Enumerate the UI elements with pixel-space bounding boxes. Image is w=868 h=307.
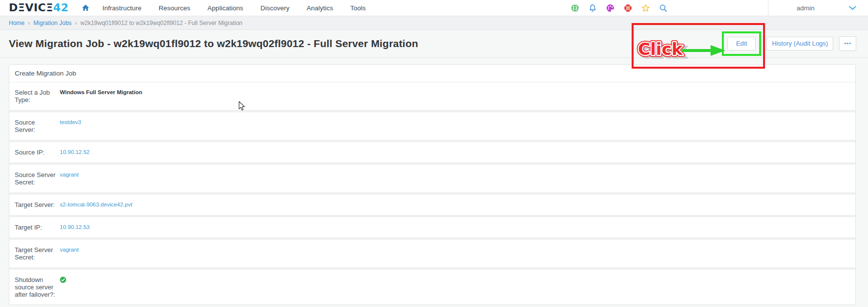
field-value: vagrant	[60, 171, 78, 186]
top-navbar: DΞVICΞ42 InfrastructureResourcesApplicat…	[0, 0, 868, 16]
field-value: testdev3	[60, 119, 81, 133]
logo-text-accent: 42	[53, 1, 69, 14]
field-value: vagrant	[60, 246, 78, 261]
breadcrumb-current: w2k19wq01fl9012 to w2k19wq02fl9012 - Ful…	[80, 20, 242, 26]
navbar-right: admin	[562, 0, 859, 16]
device42-logo[interactable]: DΞVICΞ42	[9, 2, 69, 13]
logo-text-dark: DΞVICΞ	[9, 1, 53, 14]
navbar-divider	[768, 0, 768, 16]
nav-item-discovery[interactable]: Discovery	[260, 4, 289, 12]
page-title: View Migration Job - w2k19wq01fl9012 to …	[9, 38, 418, 50]
field-label: Source Server Secret:	[15, 171, 60, 186]
favorites-star-icon[interactable]	[641, 4, 650, 12]
migration-field-row: Source IP: 10.90.12.52	[9, 142, 855, 162]
globe-icon[interactable]	[571, 4, 579, 12]
panel-title: Create Migration Job	[9, 65, 855, 82]
field-value	[60, 276, 66, 298]
nav-item-analytics[interactable]: Analytics	[306, 4, 333, 12]
field-value-link[interactable]: 10.90.12.52	[60, 149, 90, 155]
field-value-link[interactable]: testdev3	[60, 119, 81, 125]
nav-item-infrastructure[interactable]: Infrastructure	[102, 4, 142, 12]
panel-rows: Select a Job Type: Windows Full Server M…	[9, 82, 855, 305]
field-value-link[interactable]: vagrant	[60, 247, 78, 253]
nav-item-tools[interactable]: Tools	[350, 4, 366, 12]
chevron-down-icon[interactable]	[849, 6, 856, 10]
notifications-bell-icon[interactable]	[588, 4, 597, 12]
more-actions-button[interactable]: •••	[839, 36, 856, 51]
migration-field-row: Source Server: testdev3	[9, 112, 855, 140]
breadcrumb-link[interactable]: Migration Jobs	[33, 20, 72, 26]
nav-item-applications[interactable]: Applications	[207, 4, 243, 12]
user-menu-label[interactable]: admin	[796, 4, 815, 12]
field-value-link[interactable]: 10.90.12.53	[60, 224, 90, 230]
field-label: Source IP:	[15, 149, 60, 156]
nav-item-resources[interactable]: Resources	[159, 4, 191, 12]
nav-menu: InfrastructureResourcesApplicationsDisco…	[102, 4, 366, 12]
field-value-text: Windows Full Server Migration	[60, 89, 142, 95]
edit-highlight-box: Edit	[722, 31, 761, 56]
migration-field-row: Target IP: 10.90.12.53	[9, 217, 855, 237]
migration-job-panel: Create Migration Job Select a Job Type: …	[9, 64, 856, 305]
home-icon[interactable]	[81, 4, 90, 12]
history-audit-logs-button[interactable]: History (Audit Logs)	[766, 37, 833, 51]
field-value-link[interactable]: s2-tomcat-9063.device42.pvt	[60, 202, 132, 207]
search-icon[interactable]	[659, 4, 667, 12]
migration-field-row: Source Server Secret: vagrant	[9, 165, 855, 192]
field-label: Target IP:	[15, 224, 60, 231]
edit-button[interactable]: Edit	[727, 37, 756, 51]
theme-palette-icon[interactable]	[606, 4, 614, 12]
breadcrumb-link[interactable]: Home	[9, 20, 25, 26]
migration-field-row: Shutdown source server after failover?:	[9, 270, 855, 305]
field-label: Source Server:	[15, 119, 60, 133]
support-life-ring-icon[interactable]	[624, 4, 632, 12]
checked-icon	[60, 277, 66, 283]
field-label: Target Server Secret:	[15, 246, 60, 261]
field-label: Target Server:	[15, 201, 60, 208]
field-value-link[interactable]: vagrant	[60, 172, 78, 178]
breadcrumb: Home›Migration Jobs›w2k19wq01fl9012 to w…	[0, 16, 868, 30]
field-label: Select a Job Type:	[15, 89, 60, 103]
field-value: s2-tomcat-9063.device42.pvt	[60, 201, 132, 208]
breadcrumb-separator: ›	[75, 20, 77, 26]
field-value: Windows Full Server Migration	[60, 89, 142, 103]
migration-field-row: Target Server Secret: vagrant	[9, 240, 855, 267]
page-content: Create Migration Job Select a Job Type: …	[0, 58, 868, 305]
migration-field-row: Target Server: s2-tomcat-9063.device42.p…	[9, 195, 855, 215]
field-value: 10.90.12.52	[60, 149, 90, 156]
header-actions: Edit History (Audit Logs) •••	[722, 31, 856, 56]
field-value: 10.90.12.53	[60, 224, 90, 231]
breadcrumb-separator: ›	[28, 20, 30, 26]
field-label: Shutdown source server after failover?:	[15, 276, 60, 298]
page-header: View Migration Job - w2k19wq01fl9012 to …	[0, 30, 868, 58]
migration-field-row: Select a Job Type: Windows Full Server M…	[9, 82, 855, 110]
